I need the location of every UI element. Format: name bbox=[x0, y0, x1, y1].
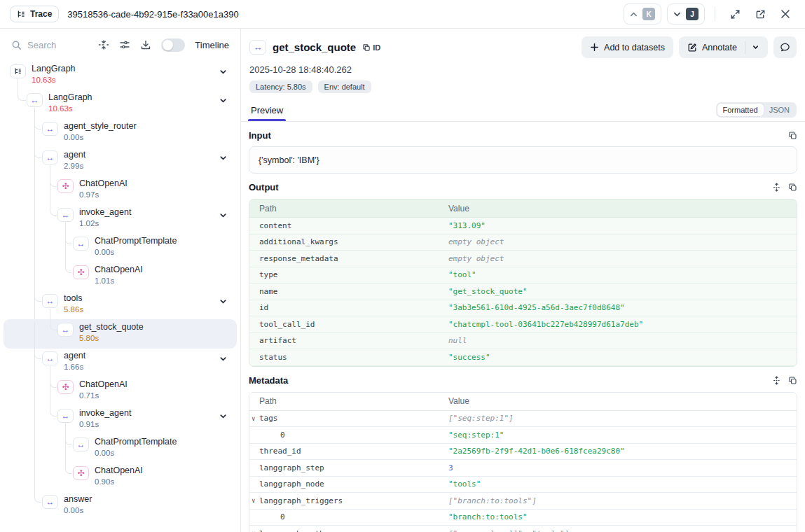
comment-button[interactable] bbox=[773, 36, 797, 58]
chain-node-icon: ↔ bbox=[42, 351, 58, 365]
expand-output-icon[interactable] bbox=[772, 183, 781, 192]
copy-output-icon[interactable] bbox=[788, 183, 797, 192]
search-field[interactable] bbox=[11, 40, 88, 50]
download-icon[interactable] bbox=[140, 39, 151, 50]
topbar-divider bbox=[715, 7, 715, 21]
chevron-down-icon[interactable] bbox=[219, 297, 228, 306]
sidebar-toolbar: Timeline bbox=[0, 29, 240, 61]
output-table: Path Value content"313.09"additional_kwa… bbox=[249, 199, 797, 367]
tree-node-name: ChatOpenAI bbox=[79, 178, 128, 189]
kv-path-cell: langgraph_step bbox=[249, 463, 448, 472]
copy-metadata-icon[interactable] bbox=[788, 376, 797, 385]
annotate-button[interactable]: Annotate bbox=[679, 36, 768, 58]
kv-path-cell: id bbox=[249, 303, 448, 312]
close-icon[interactable] bbox=[776, 4, 795, 24]
table-row: status"success" bbox=[249, 349, 797, 366]
metadata-col-value: Value bbox=[448, 396, 469, 406]
tree-row-ChatPromptTemplate[interactable]: ↔ChatPromptTemplate0.00s bbox=[0, 437, 240, 465]
chevron-down-icon[interactable] bbox=[219, 211, 228, 220]
tree-node-name: ChatOpenAI bbox=[79, 379, 128, 390]
output-col-path: Path bbox=[249, 204, 448, 214]
tab-preview-label: Preview bbox=[251, 105, 283, 115]
prev-run-button[interactable]: K bbox=[624, 4, 661, 24]
add-to-datasets-button[interactable]: Add to datasets bbox=[582, 36, 673, 58]
expand-fullscreen-button[interactable] bbox=[725, 4, 745, 24]
open-in-new-icon[interactable] bbox=[750, 4, 770, 24]
llm-node-icon: ✣ bbox=[73, 265, 89, 279]
llm-node-icon: ✣ bbox=[57, 380, 74, 394]
metadata-section-title: Metadata bbox=[249, 375, 288, 386]
table-row: 0"seq:step:1" bbox=[249, 427, 797, 444]
expand-metadata-icon[interactable] bbox=[772, 376, 781, 385]
status-badge: Env: default bbox=[318, 80, 371, 93]
kv-path-cell: additional_kwargs bbox=[249, 237, 448, 246]
tree-node-duration: 2.99s bbox=[64, 161, 85, 172]
table-row: ∨langgraph_path["__pregel_pull", "tools"… bbox=[249, 526, 797, 532]
row-expand-chevron-icon[interactable]: ∨ bbox=[252, 415, 256, 422]
id-label: ID bbox=[373, 43, 380, 52]
kv-value-cell: "branch:to:tools" bbox=[448, 512, 528, 522]
tree-row-invoke_agent[interactable]: ↔invoke_agent0.91s bbox=[0, 408, 240, 437]
tree-row-LangGraph[interactable]: LangGraph10.63s bbox=[0, 64, 240, 92]
tree-node-name: ChatOpenAI bbox=[95, 265, 143, 275]
chain-node-icon: ↔ bbox=[73, 237, 89, 251]
tree-node-duration: 0.00s bbox=[64, 505, 92, 516]
tree-guide-line bbox=[34, 178, 35, 207]
chevron-down-icon[interactable] bbox=[219, 96, 228, 105]
tree-row-invoke_agent[interactable]: ↔invoke_agent1.02s bbox=[0, 207, 240, 236]
tree-row-agent[interactable]: ↔agent1.66s bbox=[0, 351, 240, 379]
timeline-label: Timeline bbox=[195, 40, 229, 50]
copy-input-icon[interactable] bbox=[788, 131, 797, 140]
format-toggle-formatted[interactable]: Formatted bbox=[717, 104, 764, 116]
kv-path-cell: status bbox=[249, 353, 448, 362]
copy-id-button[interactable]: ID bbox=[362, 43, 380, 52]
tree-node-duration: 5.86s bbox=[64, 304, 83, 315]
search-icon bbox=[11, 40, 22, 50]
tree-connector bbox=[34, 273, 41, 302]
tree-guide-line bbox=[34, 437, 35, 465]
collapse-all-icon[interactable] bbox=[98, 39, 109, 50]
tree-guide-line bbox=[34, 408, 35, 437]
kv-path-cell: ∨langgraph_path bbox=[249, 529, 448, 532]
chevron-down-icon[interactable] bbox=[219, 412, 228, 421]
table-row: response_metadataempty object bbox=[249, 251, 797, 267]
tree-row-ChatOpenAI[interactable]: ✣ChatOpenAI0.71s bbox=[0, 379, 240, 408]
tree-row-answer[interactable]: ↔answer0.00s bbox=[0, 494, 240, 523]
tree-row-ChatOpenAI[interactable]: ✣ChatOpenAI0.97s bbox=[0, 178, 240, 207]
tree-node-name: ChatOpenAI bbox=[95, 465, 143, 476]
tree-node-duration: 5.80s bbox=[79, 333, 144, 344]
tree-node-name: tools bbox=[64, 293, 83, 304]
chain-node-icon: ↔ bbox=[42, 294, 58, 308]
tree-connector bbox=[50, 366, 57, 388]
tree-node-name: get_stock_quote bbox=[79, 322, 144, 332]
output-table-header: Path Value bbox=[249, 200, 797, 218]
kv-value-cell: empty object bbox=[448, 254, 504, 263]
next-run-button[interactable]: J bbox=[667, 4, 705, 24]
table-row: type"tool" bbox=[249, 267, 797, 284]
table-row: ∨tags["seq:step:1"] bbox=[249, 411, 797, 428]
tree-node-name: agent bbox=[64, 351, 85, 361]
chevron-down-icon[interactable] bbox=[219, 354, 228, 363]
tree-row-tools[interactable]: ↔tools5.86s bbox=[0, 293, 240, 322]
search-input[interactable] bbox=[27, 40, 83, 50]
tree-node-duration: 0.91s bbox=[79, 419, 131, 430]
kv-path-cell: name bbox=[249, 287, 448, 296]
tree-row-agent[interactable]: ↔agent2.99s bbox=[0, 150, 240, 178]
tab-bar: Preview Formatted JSON bbox=[241, 99, 805, 122]
chain-node-icon: ↔ bbox=[27, 93, 43, 107]
trace-node-icon bbox=[10, 64, 26, 78]
filter-sliders-icon[interactable] bbox=[119, 39, 130, 50]
kv-value-cell: ["__pregel_pull", "tools"] bbox=[448, 529, 569, 532]
annotate-dropdown-chevron[interactable] bbox=[745, 41, 759, 54]
row-expand-chevron-icon[interactable]: ∨ bbox=[252, 497, 256, 504]
tree-row-ChatPromptTemplate[interactable]: ↔ChatPromptTemplate0.00s bbox=[0, 236, 240, 265]
timeline-toggle[interactable] bbox=[161, 38, 185, 52]
tree-node-name: answer bbox=[64, 494, 92, 505]
chevron-down-icon[interactable] bbox=[219, 153, 228, 162]
status-badge: Latency: 5.80s bbox=[249, 80, 312, 93]
format-toggle-json[interactable]: JSON bbox=[764, 104, 795, 116]
tab-preview[interactable]: Preview bbox=[249, 99, 284, 121]
chevron-down-icon[interactable] bbox=[219, 67, 228, 76]
tree-connector bbox=[50, 187, 57, 216]
output-col-value: Value bbox=[448, 204, 469, 214]
